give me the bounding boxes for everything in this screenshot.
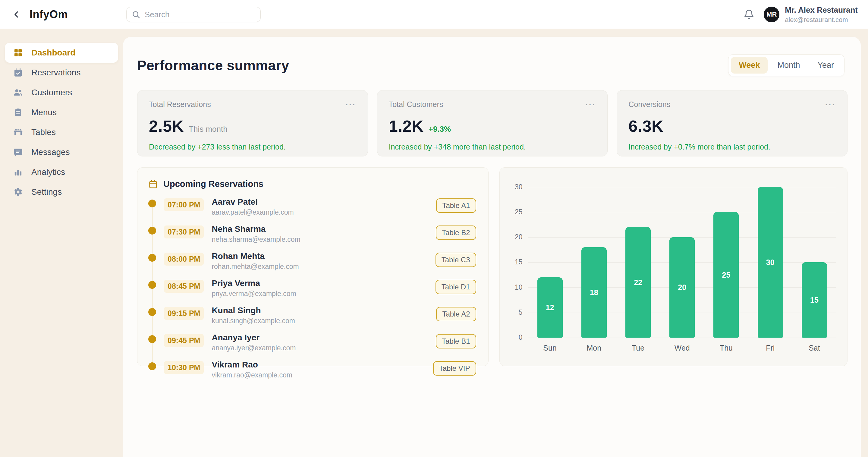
reservation-row[interactable]: 10:30 PM Vikram Rao vikram.rao@example.c… [148, 356, 476, 383]
chart-bar: 18 [581, 247, 607, 338]
sidebar-item-label: Reservations [31, 68, 81, 78]
stat-card-total-customers: Total Customers ··· 1.2K +9.3% Increased… [377, 90, 608, 156]
sidebar-item-reservations[interactable]: Reservations [5, 63, 118, 83]
reservation-row[interactable]: 07:00 PM Aarav Patel aarav.patel@example… [148, 193, 476, 220]
guest-email: kunal.singh@example.com [212, 317, 295, 325]
table-badge: Table A2 [436, 307, 476, 321]
header-right-cluster: MR Mr. Alex Restaurant alex@restaurant.c… [743, 0, 858, 29]
gear-icon [13, 187, 24, 197]
reservation-time-badge: 07:00 PM [164, 199, 204, 211]
tab-year[interactable]: Year [809, 57, 842, 73]
chart-bar: 25 [713, 212, 739, 338]
guest-email: vikram.rao@example.com [212, 371, 292, 379]
stat-value: 1.2K [389, 117, 424, 135]
ellipsis-menu-button[interactable]: ··· [346, 101, 356, 109]
sidebar-item-settings[interactable]: Settings [5, 182, 118, 202]
timeline-dot [148, 200, 156, 207]
user-profile[interactable]: MR Mr. Alex Restaurant alex@restaurant.c… [764, 5, 858, 24]
page-title: Performance summary [137, 57, 289, 73]
calendar-icon [148, 179, 158, 189]
sidebar-item-dashboard[interactable]: Dashboard [5, 43, 118, 63]
search-input[interactable] [145, 10, 255, 19]
tab-month[interactable]: Month [770, 57, 808, 73]
x-tick: Mon [572, 344, 616, 353]
bar-value-label: 12 [537, 303, 563, 312]
reservation-time-badge: 08:00 PM [164, 253, 204, 266]
user-name: Mr. Alex Restaurant [785, 5, 858, 15]
user-email: alex@restaurant.com [785, 16, 858, 24]
top-header-bar: InfyOm MR Mr. Alex Restaurant alex@resta… [0, 0, 868, 29]
guest-name: Ananya Iyer [212, 333, 296, 342]
bar-value-label: 20 [670, 283, 695, 292]
range-toggle-group: Week Month Year [728, 54, 844, 76]
calendar-check-icon [13, 67, 24, 78]
tab-week[interactable]: Week [731, 57, 768, 73]
table-badge: Table B1 [436, 334, 476, 348]
chart-y-axis: 30 25 20 15 10 5 0 [509, 187, 528, 338]
x-tick: Sat [792, 344, 836, 353]
bell-icon [743, 9, 755, 20]
weekly-reservations-chart: 30 25 20 15 10 5 0 12 [499, 167, 848, 366]
stat-title: Total Customers [389, 100, 443, 109]
avatar: MR [764, 7, 779, 22]
table-icon [13, 127, 24, 138]
upcoming-reservations-panel: Upcoming Reservations 07:00 PM Aarav Pat… [137, 167, 489, 366]
guest-name: Aarav Patel [212, 197, 293, 207]
reservation-row[interactable]: 08:00 PM Rohan Mehta rohan.mehta@example… [148, 247, 476, 275]
table-badge: Table A1 [436, 199, 476, 213]
stat-value: 6.3K [628, 117, 663, 135]
stat-title: Total Reservations [149, 100, 211, 109]
stat-suffix: +9.3% [429, 124, 451, 134]
stats-row: Total Reservations ··· 2.5K This month D… [137, 90, 847, 156]
timeline-dot [148, 335, 156, 343]
notifications-button[interactable] [743, 9, 755, 20]
guest-name: Rohan Mehta [212, 251, 299, 261]
guest-email: neha.sharma@example.com [212, 236, 300, 244]
timeline-dot [148, 362, 156, 370]
stat-card-conversions: Conversions ··· 6.3K Increased by +0.7% … [617, 90, 847, 156]
search-bar[interactable] [126, 7, 261, 22]
chart-bar: 12 [537, 277, 563, 338]
gridline-baseline [528, 338, 837, 338]
sidebar-item-label: Analytics [31, 167, 65, 177]
sidebar-item-customers[interactable]: Customers [5, 83, 118, 102]
reservation-time-badge: 07:30 PM [164, 225, 204, 239]
reservation-row[interactable]: 09:45 PM Ananya Iyer ananya.iyer@example… [148, 329, 476, 356]
reservation-row[interactable]: 08:45 PM Priya Verma priya.verma@example… [148, 275, 476, 302]
sidebar-item-tables[interactable]: Tables [5, 122, 118, 142]
clipboard-icon [13, 107, 24, 118]
sidebar-item-label: Customers [31, 88, 72, 97]
chart-bar: 15 [802, 262, 827, 338]
stat-trend-note: Decreased by +273 less than last period. [149, 143, 356, 151]
guest-email: aarav.patel@example.com [212, 208, 293, 216]
ellipsis-menu-button[interactable]: ··· [825, 101, 836, 109]
sidebar-item-label: Messages [31, 147, 70, 157]
stat-trend-note: Increased by +348 more than last period. [389, 143, 596, 151]
guest-email: priya.verma@example.com [212, 290, 296, 298]
guest-name: Priya Verma [212, 278, 296, 288]
sidebar-item-messages[interactable]: Messages [5, 142, 118, 162]
stat-trend-note: Increased by +0.7% more than last period… [628, 143, 836, 151]
sidebar-item-label: Dashboard [31, 48, 75, 58]
bar-value-label: 25 [713, 270, 739, 279]
sidebar-item-menus[interactable]: Menus [5, 102, 118, 122]
table-badge: Table VIP [433, 361, 476, 375]
reservation-row[interactable]: 07:30 PM Neha Sharma neha.sharma@example… [148, 220, 476, 247]
timeline-dot [148, 281, 156, 289]
reservation-row[interactable]: 09:15 PM Kunal Singh kunal.singh@example… [148, 302, 476, 329]
bar-value-label: 30 [758, 258, 783, 267]
back-button[interactable] [8, 6, 25, 23]
chart-x-axis: Sun Mon Tue Wed Thu Fri Sat [528, 344, 837, 353]
x-tick: Thu [704, 344, 748, 353]
app-logo-text: InfyOm [30, 8, 68, 21]
bar-value-label: 15 [802, 296, 827, 304]
reservation-time-badge: 09:15 PM [164, 307, 204, 320]
table-badge: Table C3 [435, 253, 476, 267]
message-icon [13, 147, 24, 158]
guest-name: Vikram Rao [212, 360, 292, 370]
guest-name: Kunal Singh [212, 306, 295, 315]
sidebar-item-analytics[interactable]: Analytics [5, 162, 118, 182]
guest-email: rohan.mehta@example.com [212, 263, 299, 271]
stat-title: Conversions [628, 100, 670, 109]
ellipsis-menu-button[interactable]: ··· [585, 101, 596, 109]
